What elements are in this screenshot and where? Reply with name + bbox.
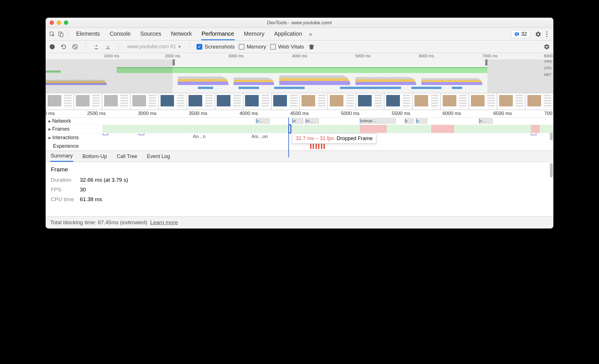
overview-window-handle-left[interactable] (173, 59, 175, 66)
tab-application[interactable]: Application (274, 28, 303, 40)
screenshot-thumb[interactable] (102, 93, 130, 110)
screenshot-thumb[interactable] (356, 93, 384, 110)
minimize-window-icon[interactable] (57, 21, 61, 25)
screenshot-thumb[interactable] (441, 93, 469, 110)
interaction-item[interactable]: An…n (193, 134, 205, 140)
experience-marker[interactable] (313, 144, 314, 149)
playhead[interactable] (288, 118, 289, 157)
close-window-icon[interactable] (50, 21, 54, 25)
ruler-tick: 5000 ms (341, 111, 359, 116)
experience-track-label[interactable]: Experience (46, 142, 103, 150)
capture-settings-gear-icon[interactable] (543, 43, 551, 50)
experience-marker[interactable] (310, 144, 311, 149)
experience-marker[interactable] (318, 144, 319, 149)
titlebar: DevTools - www.youtube.com/ (46, 18, 553, 28)
network-request[interactable]: v… (256, 118, 269, 124)
ruler-tick: 3000 ms (138, 111, 156, 116)
dropped-frame[interactable] (531, 125, 540, 133)
tab-event-log[interactable]: Event Log (146, 151, 171, 161)
tab-network[interactable]: Network (170, 28, 192, 40)
tab-bottom-up[interactable]: Bottom-Up (82, 151, 108, 161)
load-profile-icon[interactable] (93, 43, 100, 50)
network-request[interactable]: vi (292, 118, 303, 124)
screenshot-thumb[interactable] (272, 93, 300, 110)
tab-sources[interactable]: Sources (140, 28, 162, 40)
screenshot-thumb[interactable] (243, 93, 271, 110)
summary-value: 32.66 ms (at 3.79 s) (80, 177, 128, 183)
screenshot-thumb[interactable] (384, 93, 412, 110)
ruler-tick: 1000 ms (104, 54, 120, 58)
memory-checkbox[interactable]: Memory (239, 44, 266, 50)
save-profile-icon[interactable] (104, 43, 112, 50)
network-request[interactable]: v. (416, 118, 427, 124)
zoom-window-icon[interactable] (64, 21, 68, 25)
screenshot-thumb[interactable] (497, 93, 525, 110)
screenshot-thumb[interactable] (46, 93, 74, 110)
device-toggle-icon[interactable] (56, 30, 65, 39)
ruler-tick: 5500 ms (392, 111, 410, 116)
screenshots-filmstrip[interactable] (46, 93, 553, 110)
screenshot-thumb[interactable] (159, 93, 187, 110)
frames-track-label[interactable]: ▶Frames (46, 125, 103, 133)
network-request[interactable]: v… (479, 118, 492, 124)
network-track-body[interactable]: v…vivi…videopl…vv.v… (103, 118, 553, 125)
tab-call-tree[interactable]: Call Tree (116, 151, 138, 161)
tab-summary[interactable]: Summary (50, 151, 73, 162)
scrollbar-thumb[interactable] (550, 163, 553, 177)
screenshot-thumb[interactable] (74, 93, 102, 110)
tab-performance[interactable]: Performance (201, 28, 235, 40)
kebab-menu-icon[interactable] (543, 30, 551, 39)
footer-bar: Total blocking time: 87.45ms (estimated)… (46, 216, 553, 228)
main-tabstrip: Elements Console Sources Network Perform… (46, 28, 553, 41)
clear-button[interactable] (71, 43, 79, 50)
record-button[interactable] (48, 43, 56, 50)
network-request[interactable]: v (405, 118, 414, 124)
screenshot-thumb[interactable] (412, 93, 440, 110)
reload-record-button[interactable] (60, 43, 67, 50)
dropped-frame[interactable] (432, 125, 454, 133)
screenshot-thumb[interactable] (130, 93, 158, 110)
total-blocking-time: Total blocking time: 87.45ms (estimated) (50, 219, 147, 225)
experience-marker[interactable] (315, 144, 317, 149)
tab-memory[interactable]: Memory (243, 28, 265, 40)
overview-window-handle-right[interactable] (485, 59, 487, 66)
screenshot-thumb[interactable] (215, 93, 243, 110)
summary-row: Duration32.66 ms (at 3.79 s) (51, 177, 548, 183)
timeline-ruler[interactable]: 00 ms2500 ms3000 ms3500 ms4000 ms4500 ms… (46, 110, 553, 118)
screenshots-checkbox[interactable]: Screenshots (197, 44, 235, 50)
settings-gear-icon[interactable] (534, 30, 543, 39)
summary-key: CPU time (51, 196, 76, 203)
fps-label: FPS (544, 59, 552, 64)
overview-pane[interactable]: 1000 ms2000 ms3000 ms4000 ms5000 ms6000 … (46, 53, 553, 93)
network-track-label[interactable]: ▶Network (46, 118, 103, 125)
more-tabs-icon[interactable]: » (309, 31, 312, 37)
interactions-track-label[interactable]: ▶Interactions (46, 134, 103, 142)
svg-rect-5 (516, 34, 517, 35)
delete-profile-icon[interactable] (308, 43, 315, 50)
screenshot-thumb[interactable] (469, 93, 497, 110)
screenshot-thumb[interactable] (187, 93, 215, 110)
learn-more-link[interactable]: Learn more (150, 219, 178, 225)
frames-track: ▶Frames 32.7 ms ~ 31 fps Dropped Frame (46, 125, 553, 134)
interaction-item[interactable]: Ani…on (251, 134, 268, 140)
screenshot-thumb[interactable] (525, 93, 553, 110)
profile-selector[interactable]: www.youtube.com #1 ▾ (126, 44, 183, 50)
dropped-frame[interactable] (360, 125, 387, 133)
screenshot-thumb[interactable] (300, 93, 327, 110)
experience-marker[interactable] (323, 144, 325, 149)
network-request[interactable]: videopl… (360, 118, 396, 124)
checkbox-icon (239, 44, 244, 50)
screenshots-label: Screenshots (205, 44, 235, 50)
issues-badge[interactable]: 32 (511, 30, 530, 38)
tab-elements[interactable]: Elements (76, 28, 100, 40)
tab-console[interactable]: Console (109, 28, 131, 40)
ruler-tick: 3500 ms (189, 111, 207, 116)
inspect-element-icon[interactable] (48, 30, 56, 39)
network-request[interactable]: vi… (305, 118, 319, 124)
frames-track-body[interactable]: 32.7 ms ~ 31 fps Dropped Frame (103, 125, 553, 133)
screenshot-thumb[interactable] (328, 93, 356, 110)
separator (68, 31, 68, 38)
experience-marker[interactable] (321, 144, 322, 149)
webvitals-checkbox[interactable]: Web Vitals (270, 44, 304, 50)
separator (86, 43, 86, 50)
